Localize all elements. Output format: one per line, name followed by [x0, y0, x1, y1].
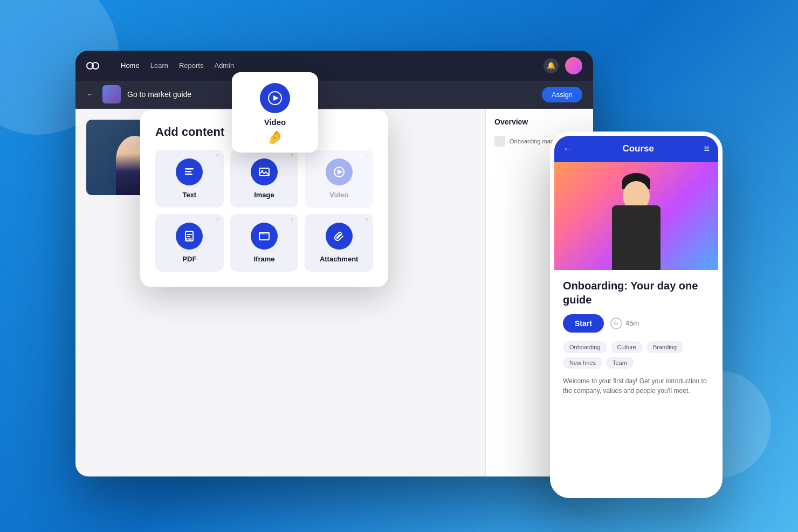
- mobile-device: ← Course ≡ Onboarding: Your day one guid…: [550, 132, 723, 498]
- content-item-video-placeholder[interactable]: ⠿ Video: [305, 150, 373, 208]
- tablet-navbar: Home Learn Reports Admin 🔔: [75, 51, 593, 81]
- attachment-icon: [326, 223, 353, 250]
- content-item-iframe[interactable]: ⠿ Iframe: [230, 214, 299, 272]
- tag-new-hires[interactable]: New hires: [563, 357, 602, 369]
- drag-handle: ⠿: [365, 217, 369, 223]
- tag-team[interactable]: Team: [606, 357, 634, 369]
- video-play-icon: [260, 83, 290, 113]
- svg-point-12: [262, 233, 263, 234]
- mobile-menu-icon[interactable]: ≡: [704, 143, 710, 155]
- user-avatar[interactable]: [565, 57, 582, 74]
- svg-text:PDF: PDF: [185, 238, 192, 241]
- assign-button[interactable]: Assign: [542, 87, 582, 102]
- duration-display: ⏱ 45m: [610, 317, 639, 329]
- drag-handle: ⠿: [216, 153, 219, 159]
- iframe-icon: [251, 223, 278, 250]
- video-card-label: Video: [264, 118, 286, 127]
- course-tags: Onboarding Culture Branding New hires Te…: [563, 341, 710, 369]
- video-label-placeholder: Video: [329, 191, 348, 199]
- video-icon-placeholder: [326, 158, 353, 185]
- content-item-pdf[interactable]: ⠿ PDF PDF: [155, 214, 224, 272]
- nav-link-home[interactable]: Home: [121, 61, 140, 70]
- drag-handle: ⠿: [290, 153, 294, 159]
- svg-rect-2: [185, 174, 192, 175]
- logo-circle-right: [92, 62, 99, 70]
- image-icon: [251, 158, 278, 185]
- nav-links: Home Learn Reports Admin: [121, 61, 234, 70]
- sidebar-item-icon: [494, 136, 505, 147]
- drag-handle: ⠿: [290, 217, 294, 223]
- back-arrow-icon[interactable]: ←: [86, 90, 94, 99]
- content-item-text[interactable]: ⠿ Text: [155, 150, 224, 208]
- mobile-header-title: Course: [579, 143, 697, 154]
- svg-rect-3: [259, 168, 269, 176]
- course-description: Welcome to your first day! Get your intr…: [563, 376, 710, 396]
- svg-marker-5: [338, 169, 343, 175]
- svg-rect-0: [185, 168, 194, 170]
- nav-icons: 🔔: [544, 57, 582, 74]
- sidebar-title: Overview: [494, 118, 584, 126]
- breadcrumb-title: Go to market guide: [127, 90, 191, 99]
- tag-culture[interactable]: Culture: [611, 341, 643, 353]
- app-logo: [86, 62, 99, 70]
- mobile-actions: Start ⏱ 45m: [563, 314, 710, 333]
- pdf-icon: PDF: [176, 223, 203, 250]
- mobile-course-title: Onboarding: Your day one guide: [563, 279, 710, 307]
- drag-handle: ⠿: [365, 153, 369, 159]
- video-floating-card[interactable]: Video 🤌: [232, 72, 318, 153]
- mobile-hero-person: [604, 173, 669, 270]
- pdf-label: PDF: [182, 255, 196, 263]
- duration-text: 45m: [625, 319, 639, 327]
- tag-branding[interactable]: Branding: [646, 341, 683, 353]
- text-label: Text: [182, 191, 196, 199]
- nav-link-admin[interactable]: Admin: [214, 61, 234, 70]
- nav-link-learn[interactable]: Learn: [150, 61, 168, 70]
- person-body: [612, 205, 661, 270]
- mobile-hero-image: [554, 162, 718, 270]
- mobile-back-icon[interactable]: ←: [563, 143, 573, 155]
- start-button[interactable]: Start: [563, 314, 604, 333]
- attachment-label: Attachment: [320, 255, 359, 263]
- course-thumbnail-small: [102, 85, 121, 103]
- mobile-course-body: Onboarding: Your day one guide Start ⏱ 4…: [554, 270, 718, 404]
- cursor-icon: 🤌: [267, 131, 283, 144]
- drag-handle: ⠿: [216, 217, 219, 223]
- clock-icon: ⏱: [610, 317, 622, 329]
- svg-marker-14: [273, 95, 279, 101]
- content-item-image[interactable]: ⠿ Image: [230, 150, 299, 208]
- mobile-header: ← Course ≡: [554, 136, 718, 162]
- breadcrumb-bar: ← Go to market guide Assign: [75, 81, 593, 109]
- nav-link-reports[interactable]: Reports: [179, 61, 204, 70]
- text-icon: [176, 158, 203, 185]
- bell-icon[interactable]: 🔔: [544, 58, 559, 73]
- content-grid: ⠿ Text ⠿: [155, 150, 373, 272]
- iframe-label: Iframe: [253, 255, 274, 263]
- svg-point-11: [260, 233, 262, 234]
- content-item-attachment[interactable]: ⠿ Attachment: [305, 214, 373, 272]
- tag-onboarding[interactable]: Onboarding: [563, 341, 607, 353]
- image-label: Image: [254, 191, 274, 199]
- svg-rect-1: [185, 171, 191, 172]
